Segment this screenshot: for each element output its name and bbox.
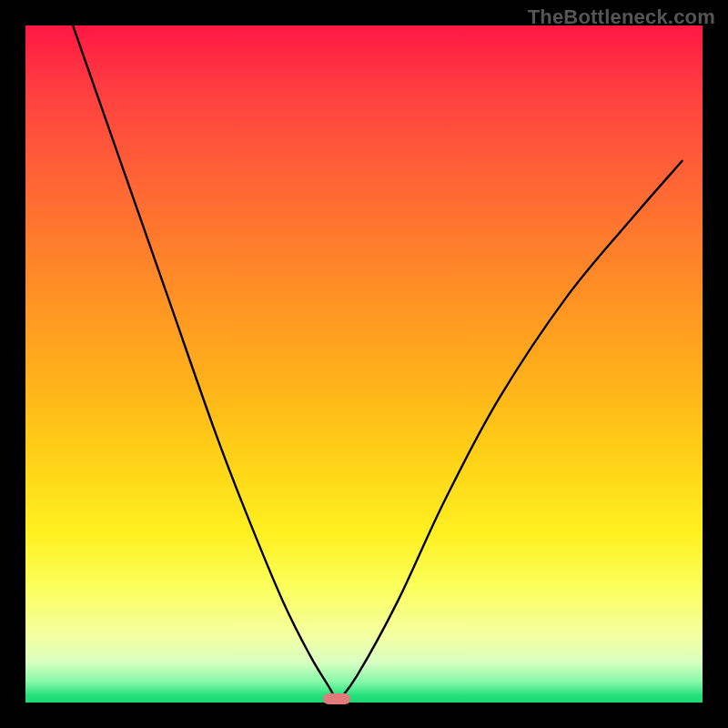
bottleneck-curve [25,25,703,703]
curve-left [73,25,337,703]
plot-area [25,25,703,703]
watermark-text: TheBottleneck.com [528,5,715,29]
min-marker [323,693,350,704]
chart-frame: TheBottleneck.com [0,0,728,728]
curve-right [337,161,682,703]
